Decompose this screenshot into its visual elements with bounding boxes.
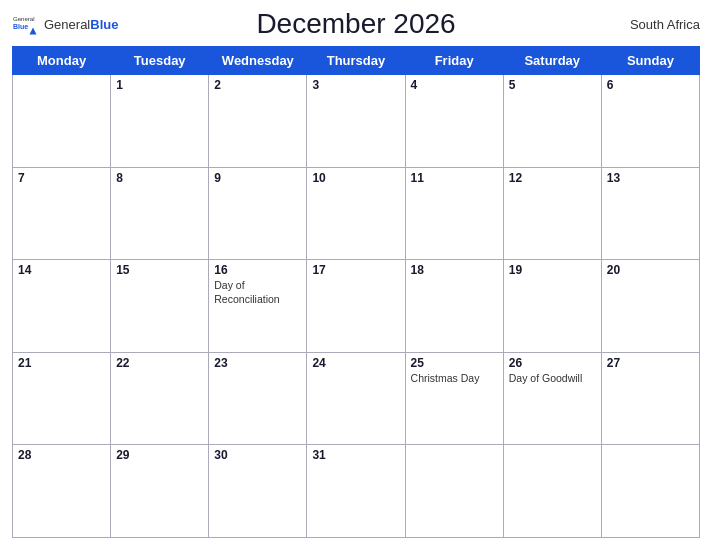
day-number: 9	[214, 171, 301, 185]
calendar-title: December 2026	[256, 8, 455, 40]
calendar-day-cell: 26Day of Goodwill	[503, 352, 601, 445]
calendar-day-cell: 21	[13, 352, 111, 445]
header-monday: Monday	[13, 47, 111, 75]
day-number: 12	[509, 171, 596, 185]
calendar-week-row: 141516Day of Reconciliation17181920	[13, 260, 700, 353]
day-number: 5	[509, 78, 596, 92]
calendar-day-cell: 12	[503, 167, 601, 260]
day-number: 27	[607, 356, 694, 370]
day-number: 13	[607, 171, 694, 185]
logo-text: GeneralBlue	[44, 15, 118, 33]
day-number: 31	[312, 448, 399, 462]
logo: General Blue GeneralBlue	[12, 10, 118, 38]
day-number: 16	[214, 263, 301, 277]
day-number: 7	[18, 171, 105, 185]
calendar-day-cell	[601, 445, 699, 538]
header-saturday: Saturday	[503, 47, 601, 75]
calendar-header: General Blue GeneralBlue December 2026 S…	[12, 10, 700, 38]
day-number: 29	[116, 448, 203, 462]
calendar-day-cell	[13, 75, 111, 168]
calendar-day-cell: 24	[307, 352, 405, 445]
day-number: 10	[312, 171, 399, 185]
calendar-week-row: 78910111213	[13, 167, 700, 260]
calendar-day-cell: 17	[307, 260, 405, 353]
day-number: 26	[509, 356, 596, 370]
calendar-day-cell: 15	[111, 260, 209, 353]
day-number: 4	[411, 78, 498, 92]
header-sunday: Sunday	[601, 47, 699, 75]
calendar-day-cell: 9	[209, 167, 307, 260]
day-number: 25	[411, 356, 498, 370]
holiday-name: Day of Reconciliation	[214, 279, 301, 306]
calendar-day-cell: 20	[601, 260, 699, 353]
day-number: 14	[18, 263, 105, 277]
calendar-week-row: 123456	[13, 75, 700, 168]
day-number: 20	[607, 263, 694, 277]
calendar-wrapper: General Blue GeneralBlue December 2026 S…	[0, 0, 712, 550]
calendar-week-row: 2122232425Christmas Day26Day of Goodwill…	[13, 352, 700, 445]
calendar-day-cell: 3	[307, 75, 405, 168]
calendar-day-cell: 18	[405, 260, 503, 353]
calendar-day-cell: 11	[405, 167, 503, 260]
weekday-header-row: Monday Tuesday Wednesday Thursday Friday…	[13, 47, 700, 75]
day-number: 23	[214, 356, 301, 370]
day-number: 30	[214, 448, 301, 462]
calendar-day-cell: 16Day of Reconciliation	[209, 260, 307, 353]
calendar-day-cell: 29	[111, 445, 209, 538]
calendar-day-cell: 10	[307, 167, 405, 260]
header-friday: Friday	[405, 47, 503, 75]
calendar-day-cell: 7	[13, 167, 111, 260]
calendar-table: Monday Tuesday Wednesday Thursday Friday…	[12, 46, 700, 538]
calendar-day-cell: 6	[601, 75, 699, 168]
calendar-week-row: 28293031	[13, 445, 700, 538]
svg-text:General: General	[13, 15, 35, 22]
day-number: 19	[509, 263, 596, 277]
calendar-day-cell: 25Christmas Day	[405, 352, 503, 445]
calendar-day-cell: 30	[209, 445, 307, 538]
header-thursday: Thursday	[307, 47, 405, 75]
svg-text:Blue: Blue	[13, 23, 28, 30]
day-number: 24	[312, 356, 399, 370]
holiday-name: Christmas Day	[411, 372, 498, 386]
day-number: 3	[312, 78, 399, 92]
calendar-day-cell	[503, 445, 601, 538]
day-number: 11	[411, 171, 498, 185]
calendar-day-cell: 19	[503, 260, 601, 353]
day-number: 2	[214, 78, 301, 92]
calendar-day-cell: 14	[13, 260, 111, 353]
calendar-day-cell: 31	[307, 445, 405, 538]
calendar-day-cell: 28	[13, 445, 111, 538]
day-number: 8	[116, 171, 203, 185]
logo-blue: Blue	[90, 17, 118, 32]
country-label: South Africa	[630, 17, 700, 32]
calendar-day-cell: 4	[405, 75, 503, 168]
calendar-day-cell: 27	[601, 352, 699, 445]
day-number: 17	[312, 263, 399, 277]
calendar-day-cell: 22	[111, 352, 209, 445]
header-tuesday: Tuesday	[111, 47, 209, 75]
day-number: 6	[607, 78, 694, 92]
day-number: 18	[411, 263, 498, 277]
day-number: 21	[18, 356, 105, 370]
header-wednesday: Wednesday	[209, 47, 307, 75]
calendar-day-cell: 2	[209, 75, 307, 168]
calendar-day-cell: 23	[209, 352, 307, 445]
calendar-day-cell: 5	[503, 75, 601, 168]
day-number: 15	[116, 263, 203, 277]
calendar-day-cell: 13	[601, 167, 699, 260]
day-number: 1	[116, 78, 203, 92]
logo-icon: General Blue	[12, 10, 40, 38]
logo-general: General	[44, 17, 90, 32]
day-number: 22	[116, 356, 203, 370]
calendar-day-cell: 1	[111, 75, 209, 168]
holiday-name: Day of Goodwill	[509, 372, 596, 386]
day-number: 28	[18, 448, 105, 462]
calendar-day-cell: 8	[111, 167, 209, 260]
calendar-day-cell	[405, 445, 503, 538]
